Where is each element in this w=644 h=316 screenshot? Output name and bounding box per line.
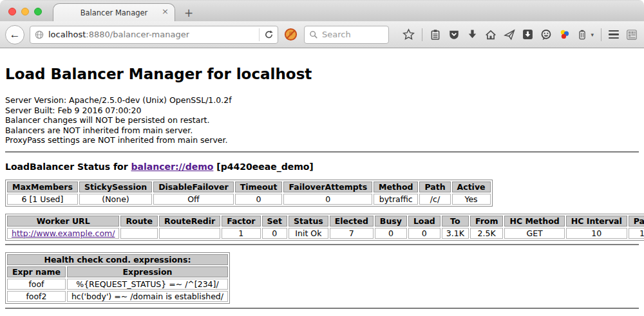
tab-title: Balancer Manager	[80, 8, 148, 17]
worker-table: Worker URL Route RouteRedir Factor Set S…	[5, 214, 644, 241]
cell: Yes	[452, 194, 491, 205]
reload-icon[interactable]	[264, 30, 274, 39]
navigation-toolbar: ← localhost:8880/balancer-manager Search	[0, 21, 644, 48]
cell: 6 [1 Used]	[7, 194, 78, 205]
column-header: To	[442, 216, 469, 227]
cell: bytraffic	[374, 194, 418, 205]
column-header: Set	[262, 216, 287, 227]
chat-smiley-icon[interactable]	[540, 29, 552, 41]
send-icon[interactable]	[504, 29, 515, 41]
window-controls	[8, 8, 42, 15]
grid-icon[interactable]	[626, 29, 638, 41]
server-built-line: Server Built: Feb 9 2016 07:00:20	[5, 106, 639, 116]
status-heading: LoadBalancer Status for balancer://demo …	[5, 162, 639, 172]
toolbar-icons: ▾	[402, 28, 639, 41]
table-header-row: Expr name Expression	[7, 266, 228, 277]
column-header: Load	[408, 216, 440, 227]
plugin-block-icon[interactable]	[284, 28, 298, 41]
browser-window: Balancer Manager × + ← localhost:8880/ba…	[0, 0, 644, 316]
chevron-down-icon[interactable]: ▾	[591, 32, 594, 38]
cell: 0	[375, 228, 407, 239]
page-content: Load Balancer Manager for localhost Serv…	[0, 66, 644, 309]
cell: Off	[153, 194, 233, 205]
notice-line: ProxyPass settings are NOT inherited fro…	[5, 135, 639, 145]
table-row: http://www.example.com/ 1 0 Init Ok 7 0 …	[7, 228, 644, 239]
tab-bar: Balancer Manager × +	[0, 0, 644, 21]
table-row: foof %{REQUEST_STATUS} =~ /^[234]/	[7, 279, 228, 290]
column-header: HC Interval	[566, 216, 627, 227]
tab-balancer-manager[interactable]: Balancer Manager ×	[53, 3, 175, 21]
cell: 0	[235, 194, 283, 205]
toolbar-divider	[422, 28, 422, 41]
column-header: Expr name	[7, 266, 66, 277]
downloads-icon[interactable]	[467, 29, 478, 40]
column-header: RouteRedir	[159, 216, 220, 227]
column-header: Timeout	[235, 181, 283, 192]
cell: 7	[330, 228, 374, 239]
column-header: StickySession	[79, 181, 152, 192]
column-header: From	[470, 216, 504, 227]
pocket-icon[interactable]	[448, 29, 460, 41]
table-title-row: Health check cond. expressions:	[7, 254, 228, 265]
url-domain: localhost	[48, 30, 86, 39]
cell: 0	[408, 228, 440, 239]
close-tab-icon[interactable]: ×	[162, 7, 169, 15]
url-text[interactable]: localhost:8880/balancer-manager	[48, 30, 189, 39]
home-icon[interactable]	[485, 29, 497, 41]
server-info: Server Version: Apache/2.5.0-dev (Unix) …	[5, 95, 639, 145]
cell: 1	[222, 228, 260, 239]
container-icon[interactable]	[577, 29, 587, 41]
clipboard-icon[interactable]	[430, 29, 441, 41]
column-header: Route	[120, 216, 158, 227]
cell: %{REQUEST_STATUS} =~ /^[234]/	[67, 279, 228, 290]
url-path: :8880/balancer-manager	[86, 30, 189, 39]
search-icon	[309, 30, 318, 39]
status-heading-suffix: [p4420eeae_demo]	[213, 162, 313, 172]
cell	[120, 228, 158, 239]
close-window-button[interactable]	[8, 8, 16, 15]
new-tab-button[interactable]: +	[184, 8, 193, 19]
worker-url-link[interactable]: http://www.example.com/	[12, 228, 115, 238]
minimize-window-button[interactable]	[21, 8, 29, 15]
column-header: Factor	[222, 216, 260, 227]
url-bar[interactable]: localhost:8880/balancer-manager	[30, 26, 278, 44]
column-header: Path	[419, 181, 450, 192]
column-header: Elected	[330, 216, 374, 227]
cell: 2.5K	[470, 228, 504, 239]
download-box-icon[interactable]	[522, 29, 533, 40]
download-helper-icon[interactable]	[559, 29, 570, 40]
zoom-window-button[interactable]	[34, 8, 42, 15]
bookmark-star-icon[interactable]	[402, 28, 415, 41]
server-version-line: Server Version: Apache/2.5.0-dev (Unix) …	[5, 95, 639, 106]
health-check-table: Health check cond. expressions: Expr nam…	[5, 252, 230, 304]
search-placeholder: Search	[322, 30, 351, 39]
cell: GET	[504, 228, 564, 239]
table-row: foof2 hc('body') =~ /domain is establish…	[7, 291, 228, 302]
cell: (None)	[79, 194, 152, 205]
column-header: MaxMembers	[7, 181, 78, 192]
section-divider	[5, 151, 639, 153]
cell: /c/	[419, 194, 450, 205]
back-button[interactable]: ←	[5, 25, 24, 44]
cell: 0	[262, 228, 287, 239]
column-header: Passes	[629, 216, 644, 227]
cell: Init Ok	[289, 228, 328, 239]
section-divider	[5, 244, 639, 245]
column-header: DisableFailover	[153, 181, 233, 192]
notice-line: Balancer changes will NOT be persisted o…	[5, 115, 639, 125]
notice-line: Balancers are NOT inherited from main se…	[5, 125, 639, 136]
cell: hc('body') =~ /domain is established/	[67, 291, 228, 302]
section-divider	[5, 308, 639, 309]
cell: 10	[566, 228, 627, 239]
column-header: Busy	[375, 216, 407, 227]
search-bar[interactable]: Search	[304, 26, 389, 44]
column-header: Status	[289, 216, 328, 227]
globe-icon[interactable]	[34, 30, 44, 40]
cell: http://www.example.com/	[7, 228, 119, 239]
menu-icon[interactable]	[609, 30, 619, 39]
cell: 1 (0)	[629, 228, 644, 239]
toolbar-divider	[601, 28, 601, 41]
cell: foof2	[7, 291, 66, 302]
column-header: Worker URL	[7, 216, 119, 227]
balancer-link[interactable]: balancer://demo	[131, 162, 214, 172]
